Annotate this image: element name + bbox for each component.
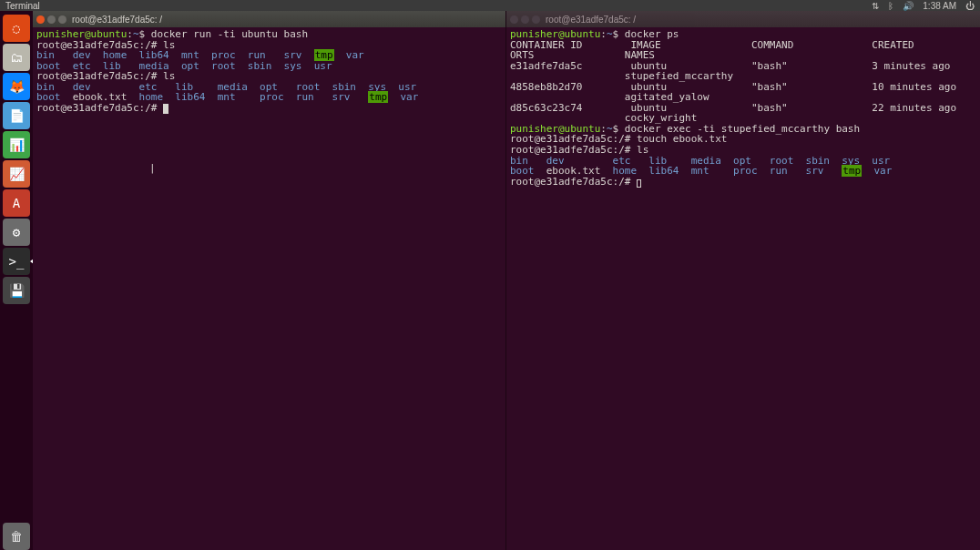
titlebar-right[interactable]: root@e31adfe7da5c: / (506, 11, 980, 27)
launcher-save-icon[interactable]: 💾 (3, 277, 30, 304)
text-cursor: | (149, 162, 156, 174)
launcher-trash-icon[interactable]: 🗑 (3, 523, 30, 550)
cursor-hollow (637, 179, 641, 188)
terminal-body-left[interactable]: punisher@ubuntu:~$ docker run -ti ubuntu… (33, 27, 505, 550)
panel-title: Terminal (5, 1, 872, 11)
maximize-icon[interactable] (532, 15, 540, 24)
top-panel: Terminal ⇅ ᛒ 🔊 1:38 AM ⏻ (0, 0, 980, 11)
maximize-icon[interactable] (58, 15, 66, 24)
terminal-line: root@e31adfe7da5c:/# (36, 103, 502, 114)
minimize-icon[interactable] (47, 15, 56, 24)
minimize-icon[interactable] (521, 15, 529, 24)
network-icon[interactable]: ⇅ (872, 1, 879, 11)
terminal-line: root@e31adfe7da5c:/# (510, 177, 976, 188)
clock[interactable]: 1:38 AM (923, 1, 956, 11)
bluetooth-icon[interactable]: ᛒ (888, 1, 893, 11)
power-icon[interactable]: ⏻ (965, 1, 975, 11)
launcher-files-icon[interactable]: 🗂 (3, 44, 30, 71)
window-title-right: root@e31adfe7da5c: / (546, 15, 636, 25)
launcher: ◌🗂🦊📄📊📈A⚙>_💾 🗑 (0, 11, 33, 550)
launcher-firefox-icon[interactable]: 🦊 (3, 73, 30, 100)
cursor-block (163, 104, 168, 114)
titlebar-left[interactable]: root@e31adfe7da5c: / (33, 11, 505, 27)
launcher-impress-icon[interactable]: 📈 (3, 160, 30, 188)
terminal-body-right[interactable]: punisher@ubuntu:~$ docker psCONTAINER ID… (506, 27, 980, 550)
window-title-left: root@e31adfe7da5c: / (72, 15, 162, 25)
terminal-window-right[interactable]: root@e31adfe7da5c: / punisher@ubuntu:~$ … (506, 11, 980, 550)
close-icon[interactable] (510, 15, 518, 24)
main-area: root@e31adfe7da5c: / punisher@ubuntu:~$ … (33, 11, 980, 550)
launcher-writer-icon[interactable]: 📄 (3, 102, 30, 129)
launcher-calc-icon[interactable]: 📊 (3, 131, 30, 158)
terminal-window-left[interactable]: root@e31adfe7da5c: / punisher@ubuntu:~$ … (33, 11, 506, 550)
system-tray: ⇅ ᛒ 🔊 1:38 AM ⏻ (872, 1, 975, 11)
launcher-settings-icon[interactable]: ⚙ (3, 219, 30, 246)
launcher-terminal-icon[interactable]: >_ (3, 248, 30, 275)
volume-icon[interactable]: 🔊 (903, 1, 914, 11)
close-icon[interactable] (36, 15, 45, 24)
launcher-ubuntu-dash-icon[interactable]: ◌ (3, 15, 30, 42)
launcher-fonts-icon[interactable]: A (3, 189, 30, 217)
